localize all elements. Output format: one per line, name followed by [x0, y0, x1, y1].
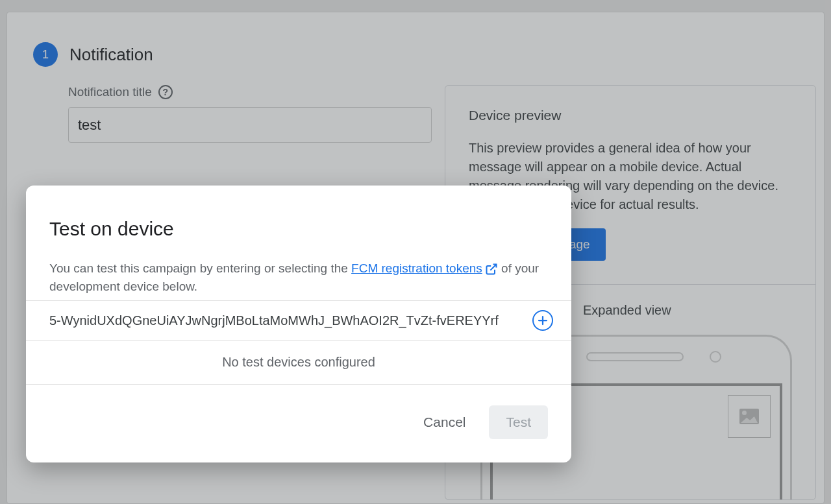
add-token-button[interactable] — [532, 310, 553, 331]
external-link-icon — [485, 263, 498, 276]
dialog-title: Test on device — [49, 218, 548, 240]
token-input-row: 5-WynidUXdQGneUiAYJwNgrjMBoLtaMoMWhJ_BWh… — [26, 300, 571, 341]
fcm-token-input[interactable]: 5-WynidUXdQGneUiAYJwNgrjMBoLtaMoMWhJ_BWh… — [49, 313, 522, 328]
viewport: 1 Notification Notification title ? Devi… — [0, 0, 831, 504]
cancel-button[interactable]: Cancel — [414, 405, 475, 439]
fcm-tokens-link[interactable]: FCM registration tokens — [351, 261, 498, 275]
desc-prefix: You can test this campaign by entering o… — [49, 261, 351, 275]
test-on-device-dialog: Test on device You can test this campaig… — [26, 186, 571, 462]
dialog-description: You can test this campaign by entering o… — [49, 259, 548, 295]
dialog-header: Test on device You can test this campaig… — [26, 186, 571, 300]
dialog-actions: Cancel Test — [26, 385, 571, 462]
test-button[interactable]: Test — [489, 405, 548, 439]
no-devices-message: No test devices configured — [26, 341, 571, 385]
